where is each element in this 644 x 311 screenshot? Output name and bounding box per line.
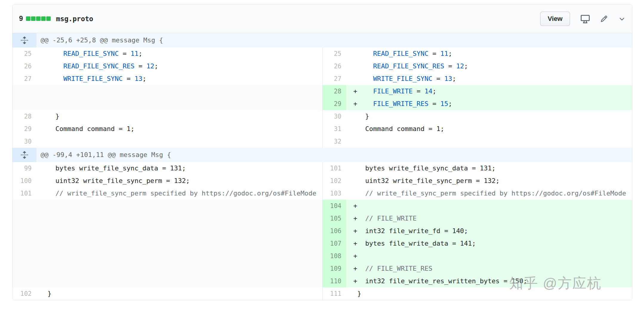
code-token: READ_FILE_SYNC — [373, 50, 428, 57]
code-token — [357, 190, 365, 197]
empty-gutter-cell — [13, 98, 36, 110]
new-line-number[interactable]: 105 — [322, 212, 346, 225]
new-line-number[interactable]: 30 — [322, 110, 346, 123]
new-code-line: bytes write_file_sync_data = 131; — [346, 162, 632, 175]
new-line-number[interactable]: 25 — [322, 47, 346, 60]
new-line-number[interactable]: 102 — [322, 175, 346, 187]
new-line-number[interactable]: 32 — [322, 135, 346, 148]
hunk-header-text: @@ -99,4 +101,11 @@ message Msg { — [36, 148, 171, 162]
old-line-number[interactable]: 27 — [13, 73, 36, 85]
new-code-line: + FILE_WRITE_RES = 15; — [346, 98, 632, 110]
empty-code-cell — [36, 237, 322, 250]
code-token: ; — [432, 87, 436, 95]
code-token: WRITE_FILE_SYNC — [373, 75, 432, 82]
code-token — [357, 50, 373, 57]
new-code-line: // write_file_sync_perm specified by htt… — [346, 187, 632, 200]
old-code-line: Command command = 1; — [36, 123, 322, 135]
old-line-number[interactable]: 29 — [13, 123, 36, 135]
new-line-number[interactable]: 111 — [322, 287, 346, 300]
code-token: = — [429, 100, 440, 107]
context-marker — [353, 138, 357, 145]
diffstat-block — [46, 16, 51, 21]
context-marker — [44, 190, 47, 197]
old-code-line: READ_FILE_SYNC = 11; — [36, 47, 322, 60]
code-token: READ_FILE_SYNC_RES — [373, 62, 444, 70]
new-code-line: Command command = 1; — [346, 123, 632, 135]
new-line-number[interactable]: 108 — [322, 250, 346, 262]
diff-row: 102 }111 } — [13, 287, 632, 300]
code-token: = — [135, 62, 147, 70]
new-line-number[interactable]: 101 — [322, 162, 346, 175]
code-token — [357, 215, 365, 222]
expand-hunk-button[interactable] — [13, 33, 36, 47]
new-line-number[interactable]: 104 — [322, 200, 346, 212]
new-line-number[interactable]: 107 — [322, 237, 346, 250]
empty-gutter-cell — [13, 225, 36, 237]
old-code-line: } — [36, 110, 322, 123]
code-token: WRITE_FILE_SYNC — [63, 75, 123, 82]
context-marker — [44, 177, 47, 184]
empty-code-cell — [36, 275, 322, 287]
new-line-number[interactable]: 27 — [322, 73, 346, 85]
context-marker — [353, 190, 357, 197]
code-token: } — [47, 290, 51, 297]
context-marker — [353, 75, 357, 82]
code-token: ; — [464, 62, 468, 70]
new-line-number[interactable]: 109 — [322, 262, 346, 275]
code-token: // FILE_WRITE_RES — [365, 265, 432, 272]
old-line-number[interactable]: 30 — [13, 135, 36, 148]
code-token — [47, 50, 63, 57]
code-token: 11 — [440, 50, 448, 57]
new-line-number[interactable]: 106 — [322, 225, 346, 237]
expand-hunk-button[interactable] — [13, 148, 36, 162]
diff-row: 108+ — [13, 250, 632, 262]
old-line-number[interactable]: 101 — [13, 187, 36, 200]
diff-row: 107+ bytes file_write_data = 141; — [13, 237, 632, 250]
code-token: } — [47, 113, 59, 120]
old-line-number[interactable]: 102 — [13, 287, 36, 300]
code-token — [47, 62, 63, 70]
code-token — [357, 62, 373, 70]
new-line-number[interactable]: 28 — [322, 85, 346, 98]
diff-row: 104+ — [13, 200, 632, 212]
code-token: 14 — [424, 87, 432, 95]
empty-code-cell — [36, 250, 322, 262]
old-line-number[interactable]: 25 — [13, 47, 36, 60]
new-code-line: READ_FILE_SYNC_RES = 12; — [346, 60, 632, 73]
new-line-number[interactable]: 110 — [322, 275, 346, 287]
code-token: bytes write_file_sync_data = 131; — [47, 164, 186, 172]
new-code-line: } — [346, 110, 632, 123]
collapse-chevron-down-icon[interactable] — [618, 15, 625, 22]
new-code-line: + int32 file_write_res_written_bytes = 1… — [346, 275, 632, 287]
context-marker — [44, 62, 47, 70]
old-line-number[interactable]: 26 — [13, 60, 36, 73]
code-token: bytes write_file_sync_data = 131; — [357, 164, 496, 172]
code-token: 15 — [440, 100, 448, 107]
context-marker — [353, 177, 357, 184]
new-line-number[interactable]: 31 — [322, 123, 346, 135]
old-code-line: } — [36, 287, 322, 300]
diff-row: 29 Command command = 1;31 Command comman… — [13, 123, 632, 135]
view-file-button[interactable]: View — [540, 12, 570, 26]
old-line-number[interactable]: 99 — [13, 162, 36, 175]
rich-diff-display-icon[interactable] — [581, 14, 590, 23]
code-token: ; — [142, 75, 146, 82]
code-token: } — [357, 113, 369, 120]
code-token: ; — [452, 75, 456, 82]
old-code-line: bytes write_file_sync_data = 131; — [36, 162, 322, 175]
old-code-line: READ_FILE_SYNC_RES = 12; — [36, 60, 322, 73]
new-line-number[interactable]: 26 — [322, 60, 346, 73]
code-token: 12 — [146, 62, 154, 70]
diffstat-blocks — [26, 16, 51, 21]
file-name-link[interactable]: msg.proto — [56, 15, 93, 23]
code-token: // write_file_sync_perm specified by htt… — [365, 190, 626, 197]
new-code-line — [346, 135, 632, 148]
addition-marker: + — [353, 227, 357, 235]
old-line-number[interactable]: 100 — [13, 175, 36, 187]
old-line-number[interactable]: 28 — [13, 110, 36, 123]
diffstat: 9 — [19, 15, 51, 23]
new-line-number[interactable]: 103 — [322, 187, 346, 200]
edit-pencil-icon[interactable] — [600, 15, 608, 22]
new-line-number[interactable]: 29 — [322, 98, 346, 110]
diff-row: 110+ int32 file_write_res_written_bytes … — [13, 275, 632, 287]
